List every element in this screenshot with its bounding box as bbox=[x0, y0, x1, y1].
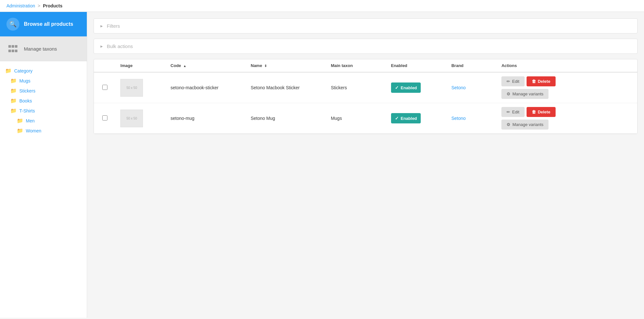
bulk-actions-panel-header[interactable]: ► Bulk actions bbox=[94, 39, 637, 53]
col-header-image: Image bbox=[116, 59, 166, 72]
products-table: Image Code ▲ Name ⇕ Main taxon Enabled bbox=[94, 59, 637, 134]
folder-icon: 📁 bbox=[17, 118, 23, 124]
edit-button[interactable]: ✏ Edit bbox=[501, 107, 524, 117]
action-row-2: ⚙ Manage variants bbox=[501, 89, 548, 99]
category-link[interactable]: Category bbox=[14, 68, 33, 73]
product-image-cell: 50 x 50 bbox=[116, 103, 166, 134]
table-row: 50 x 50 setono-mug Setono Mug Mugs bbox=[94, 103, 637, 134]
col-header-main-taxon: Main taxon bbox=[326, 59, 386, 72]
breadcrumb: Administration > Products bbox=[0, 0, 644, 12]
sidebar-item-books[interactable]: 📁 Books bbox=[0, 96, 87, 106]
action-row-2: ⚙ Manage variants bbox=[501, 120, 548, 130]
svg-rect-2 bbox=[15, 45, 17, 48]
col-header-name[interactable]: Name ⇕ bbox=[246, 59, 326, 72]
filters-arrow-icon: ► bbox=[100, 24, 104, 28]
sidebar-item-tshirts[interactable]: 📁 T-Shirts bbox=[0, 106, 87, 116]
breadcrumb-separator: > bbox=[38, 3, 40, 8]
trash-icon: 🗑 bbox=[532, 110, 536, 114]
products-table-panel: Image Code ▲ Name ⇕ Main taxon Enabled bbox=[94, 59, 638, 134]
table-wrap: Image Code ▲ Name ⇕ Main taxon Enabled bbox=[94, 59, 637, 134]
edit-button[interactable]: ✏ Edit bbox=[501, 76, 524, 86]
col-header-code: Code ▲ bbox=[166, 59, 246, 72]
manage-variants-button[interactable]: ⚙ Manage variants bbox=[501, 89, 548, 99]
folder-icon: 📁 bbox=[10, 88, 17, 94]
stickers-link[interactable]: Stickers bbox=[19, 88, 35, 93]
folder-icon: 📁 bbox=[10, 108, 17, 114]
filters-title: Filters bbox=[107, 23, 120, 29]
breadcrumb-admin-link[interactable]: Administration bbox=[6, 3, 35, 8]
bulk-actions-title: Bulk actions bbox=[107, 44, 133, 49]
bulk-actions-panel: ► Bulk actions bbox=[94, 39, 638, 54]
filters-panel: ► Filters bbox=[94, 18, 638, 34]
row-checkbox[interactable] bbox=[102, 115, 107, 121]
enabled-badge: ✓ Enabled bbox=[391, 82, 421, 93]
sidebar-item-stickers[interactable]: 📁 Stickers bbox=[0, 86, 87, 96]
product-code-cell: setono-macbook-sticker bbox=[166, 72, 246, 103]
search-icon: 🔍 bbox=[6, 18, 19, 31]
sidebar-tree: 📁 Category 📁 Mugs 📁 Stickers 📁 Books 📁 T… bbox=[0, 61, 87, 140]
action-row-1: ✏ Edit 🗑 Delete bbox=[501, 76, 555, 86]
taxons-icon bbox=[6, 42, 19, 55]
col-header-enabled: Enabled bbox=[387, 59, 447, 72]
filters-panel-header[interactable]: ► Filters bbox=[94, 19, 637, 33]
product-actions-cell: ✏ Edit 🗑 Delete bbox=[497, 72, 637, 103]
check-icon: ✓ bbox=[395, 116, 399, 121]
tshirts-link[interactable]: T-Shirts bbox=[19, 108, 35, 113]
delete-button[interactable]: 🗑 Delete bbox=[527, 107, 556, 117]
delete-button[interactable]: 🗑 Delete bbox=[527, 76, 556, 86]
row-checkbox[interactable] bbox=[102, 85, 107, 90]
product-brand-cell: Setono bbox=[447, 103, 497, 134]
product-code-cell: setono-mug bbox=[166, 103, 246, 134]
enabled-badge: ✓ Enabled bbox=[391, 113, 421, 123]
browse-all-products-button[interactable]: 🔍 Browse all products bbox=[0, 12, 87, 36]
sidebar-item-mugs[interactable]: 📁 Mugs bbox=[0, 76, 87, 86]
product-image: 50 x 50 bbox=[120, 110, 143, 127]
product-enabled-cell: ✓ Enabled bbox=[387, 103, 447, 134]
folder-icon: 📁 bbox=[17, 128, 23, 134]
brand-link[interactable]: Setono bbox=[451, 116, 466, 121]
books-link[interactable]: Books bbox=[19, 98, 32, 103]
variants-icon: ⚙ bbox=[507, 122, 510, 127]
sidebar-item-category[interactable]: 📁 Category bbox=[0, 66, 87, 76]
mugs-link[interactable]: Mugs bbox=[19, 78, 30, 83]
sidebar-item-women[interactable]: 📁 Women bbox=[0, 126, 87, 136]
svg-rect-4 bbox=[12, 50, 14, 52]
manage-taxons-button[interactable]: Manage taxons bbox=[0, 36, 87, 61]
product-brand-cell: Setono bbox=[447, 72, 497, 103]
row-checkbox-cell bbox=[94, 72, 116, 103]
svg-rect-0 bbox=[8, 45, 11, 48]
manage-label: Manage taxons bbox=[24, 46, 57, 52]
pencil-icon: ✏ bbox=[507, 110, 510, 114]
product-image-cell: 50 x 50 bbox=[116, 72, 166, 103]
pencil-icon: ✏ bbox=[507, 79, 510, 84]
women-link[interactable]: Women bbox=[26, 128, 41, 133]
svg-rect-1 bbox=[12, 45, 14, 48]
sidebar: 🔍 Browse all products Manage taxons 📁 bbox=[0, 12, 87, 318]
folder-icon: 📁 bbox=[10, 78, 17, 84]
bulk-actions-arrow-icon: ► bbox=[100, 44, 104, 49]
svg-rect-5 bbox=[15, 50, 17, 52]
sort-icon: ▲ bbox=[183, 64, 186, 68]
col-header-actions: Actions bbox=[497, 59, 637, 72]
sidebar-item-men[interactable]: 📁 Men bbox=[0, 116, 87, 126]
product-taxon-cell: Stickers bbox=[326, 72, 386, 103]
men-link[interactable]: Men bbox=[26, 118, 35, 123]
main-content: ► Filters ► Bulk actions Image bbox=[87, 12, 644, 318]
brand-link[interactable]: Setono bbox=[451, 85, 466, 90]
sort-both-icon: ⇕ bbox=[264, 64, 267, 68]
check-icon: ✓ bbox=[395, 85, 399, 90]
breadcrumb-current: Products bbox=[43, 3, 63, 8]
product-image: 50 x 50 bbox=[120, 79, 143, 97]
actions-container: ✏ Edit 🗑 Delete bbox=[501, 107, 633, 130]
row-checkbox-cell bbox=[94, 103, 116, 134]
product-enabled-cell: ✓ Enabled bbox=[387, 72, 447, 103]
table-row: 50 x 50 setono-macbook-sticker Setono Ma… bbox=[94, 72, 637, 103]
col-header-checkbox bbox=[94, 59, 116, 72]
folder-icon: 📁 bbox=[10, 98, 17, 104]
product-name-cell: Setono Mug bbox=[246, 103, 326, 134]
svg-rect-3 bbox=[8, 50, 11, 52]
col-header-brand: Brand bbox=[447, 59, 497, 72]
manage-variants-button[interactable]: ⚙ Manage variants bbox=[501, 120, 548, 130]
product-name-cell: Setono Macbook Sticker bbox=[246, 72, 326, 103]
folder-icon: 📁 bbox=[5, 68, 12, 74]
